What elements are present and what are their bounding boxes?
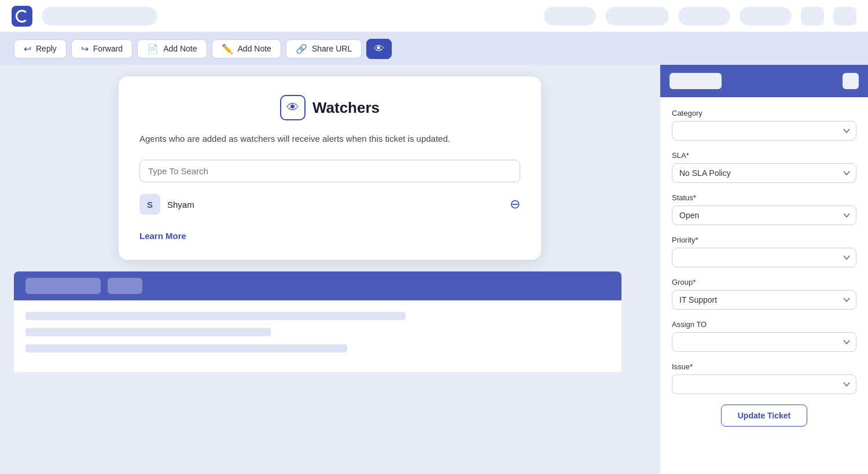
right-sidebar: Category SLA* No SLA Policy Status* Open…: [660, 65, 868, 474]
issue-select[interactable]: [672, 374, 856, 394]
update-ticket-button[interactable]: Update Ticket: [721, 405, 808, 427]
bottom-tab-2[interactable]: [108, 278, 142, 294]
share-url-label: Share URL: [312, 44, 352, 53]
watchers-icon: 👁: [280, 95, 306, 120]
nav-btn-2[interactable]: [833, 7, 856, 25]
nav-pill-3[interactable]: [678, 7, 730, 25]
watchers-card: 👁 Watchers Agents who are added as watch…: [119, 76, 541, 260]
sla-group: SLA* No SLA Policy: [672, 151, 856, 183]
sla-select[interactable]: No SLA Policy: [672, 163, 856, 183]
watcher-name: Shyam: [167, 200, 503, 210]
issue-label: Issue*: [672, 362, 856, 371]
group-label: Group*: [672, 278, 856, 286]
logo[interactable]: [12, 6, 32, 27]
watcher-row: S Shyam ⊖: [139, 194, 520, 215]
nav-pill-1[interactable]: [544, 7, 596, 25]
assign-to-label: Assign TO: [672, 320, 856, 329]
top-nav: [0, 0, 868, 32]
watchers-title: Watchers: [312, 99, 380, 117]
sidebar-header: [660, 65, 868, 97]
add-note-button-1[interactable]: 📄 Add Note: [137, 39, 207, 58]
forward-icon: ↪: [81, 43, 89, 54]
logo-icon: [16, 10, 28, 23]
main-content: 👁 Watchers Agents who are added as watch…: [0, 65, 868, 474]
group-group: Group* IT Support: [672, 278, 856, 310]
assign-to-select[interactable]: [672, 332, 856, 352]
sidebar-header-pill[interactable]: [670, 73, 722, 89]
nav-pill-4[interactable]: [740, 7, 792, 25]
category-select[interactable]: [672, 121, 856, 141]
nav-btn-1[interactable]: [801, 7, 824, 25]
sidebar-body: Category SLA* No SLA Policy Status* Open…: [660, 97, 868, 438]
add-note-label-2: Add Note: [238, 44, 271, 53]
eye-icon: 👁: [374, 43, 384, 55]
toolbar: ↩ Reply ↪ Forward 📄 Add Note ✏️ Add Note…: [0, 32, 868, 65]
watchers-eye-icon: 👁: [286, 100, 299, 115]
issue-group: Issue*: [672, 362, 856, 394]
watcher-remove-button[interactable]: ⊖: [510, 197, 520, 212]
reply-button[interactable]: ↩ Reply: [14, 39, 67, 58]
watchers-description: Agents who are added as watchers will re…: [139, 132, 520, 146]
sidebar-header-btn[interactable]: [843, 73, 859, 89]
add-note-button-2[interactable]: ✏️ Add Note: [212, 39, 281, 58]
status-group: Status* Open: [672, 193, 856, 225]
nav-search[interactable]: [42, 7, 157, 25]
center-area: 👁 Watchers Agents who are added as watch…: [0, 65, 660, 474]
bottom-bar: [14, 271, 621, 300]
forward-button[interactable]: ↪ Forward: [71, 39, 133, 58]
group-select[interactable]: IT Support: [672, 290, 856, 310]
watchers-header: 👁 Watchers: [139, 95, 520, 120]
bottom-section: [14, 271, 621, 372]
status-select[interactable]: Open: [672, 205, 856, 225]
add-note-icon-2: ✏️: [222, 43, 233, 54]
assign-to-group: Assign TO: [672, 320, 856, 352]
sla-label: SLA*: [672, 151, 856, 160]
category-label: Category: [672, 109, 856, 117]
share-url-icon: 🔗: [296, 43, 307, 54]
add-note-label-1: Add Note: [163, 44, 197, 53]
nav-pill-2[interactable]: [605, 7, 669, 25]
reply-icon: ↩: [24, 43, 31, 54]
add-note-icon-1: 📄: [147, 43, 159, 54]
priority-group: Priority*: [672, 236, 856, 267]
watchers-search-input[interactable]: [139, 160, 520, 182]
content-lines: [14, 300, 621, 372]
forward-label: Forward: [93, 44, 123, 53]
content-line-2: [25, 328, 271, 336]
bottom-tab-1[interactable]: [25, 278, 101, 294]
priority-select[interactable]: [672, 248, 856, 267]
reply-label: Reply: [36, 44, 57, 53]
share-url-button[interactable]: 🔗 Share URL: [286, 39, 362, 58]
category-group: Category: [672, 109, 856, 141]
status-label: Status*: [672, 193, 856, 202]
watcher-avatar: S: [139, 194, 160, 215]
priority-label: Priority*: [672, 236, 856, 244]
learn-more-link[interactable]: Learn More: [139, 231, 186, 241]
watchers-eye-button[interactable]: 👁: [366, 39, 392, 59]
content-line-1: [25, 312, 406, 320]
content-line-3: [25, 344, 347, 352]
